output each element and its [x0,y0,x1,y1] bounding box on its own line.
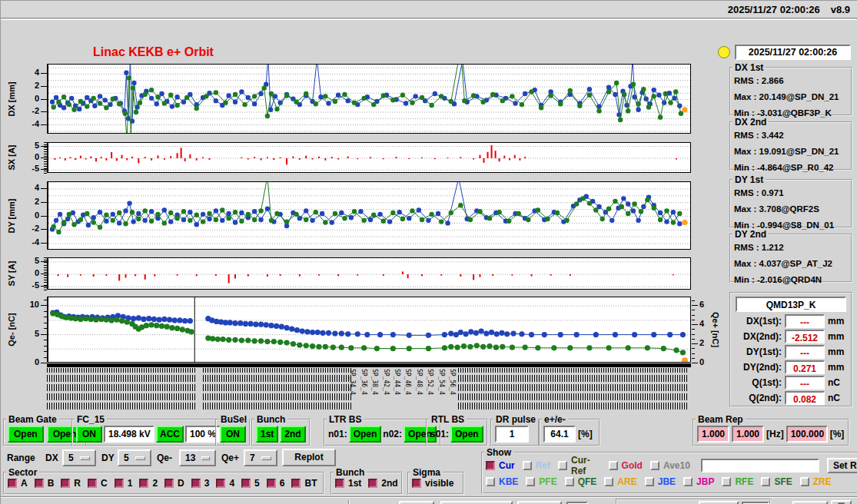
sector-checkbox[interactable] [216,479,225,488]
ref-name-input[interactable] [701,459,819,472]
show-element-item-sfe[interactable]: SFE [761,476,792,487]
screenshot-button[interactable] [831,500,852,504]
busel-on-button[interactable]: ON [220,426,246,443]
show-checkbox[interactable] [650,461,659,470]
show-element-checkbox[interactable] [800,477,809,486]
bpm-select-dropdown[interactable]: SP_AT_0 [440,501,513,504]
show-element-checkbox[interactable] [526,477,535,486]
show-element-checkbox[interactable] [645,477,654,486]
show-element-checkbox[interactable] [683,477,693,486]
show-checkbox[interactable] [558,461,567,470]
show-element-item-jbp[interactable]: JBP [683,476,714,487]
sector-item-3[interactable]: 3 [191,478,210,489]
show-element-item-are[interactable]: ARE [604,476,636,487]
sector-checkbox[interactable] [88,479,97,488]
bunch-dropdown[interactable]: 1st [517,501,562,504]
sector-checkbox[interactable] [61,479,70,488]
monitor-row-value: --- [785,345,825,359]
ltr-n01-open-button[interactable]: Open [349,426,382,443]
points-dropdown[interactable]: 300 [699,501,739,504]
show-element-checkbox[interactable] [565,477,574,486]
show-element-item-pfe[interactable]: PFE [526,476,556,487]
sector-checkbox[interactable] [8,479,17,488]
sector-checkbox[interactable] [139,479,148,488]
bunch-select-item-1st[interactable]: 1st [335,478,361,489]
resize-button[interactable]: resize [792,501,828,504]
sx-ytick-minor [44,164,47,164]
show-element-checkbox[interactable] [604,477,613,486]
show-element-item-jbe[interactable]: JBE [645,476,676,487]
show-element-checkbox[interactable] [761,477,770,486]
monitor-row-value: --- [785,376,825,390]
ltr-bs-group: LTR BS n01: Open n02: Open [324,414,441,446]
replot-button[interactable]: Replot [282,449,336,466]
bunch-select-checkbox[interactable] [335,479,344,488]
sector-item-1[interactable]: 1 [115,478,133,489]
show-checkbox[interactable] [523,461,532,470]
bunch-2nd-button[interactable]: 2nd [280,426,305,443]
sector-checkbox[interactable] [267,479,276,488]
sigma-checkbox[interactable] [412,479,421,488]
qe-right-ytick-minor [692,300,695,301]
sector-item-d[interactable]: D [164,478,184,489]
sector-item-c[interactable]: C [88,478,108,489]
show-element-label: JBP [696,476,714,487]
show-checkbox[interactable] [609,461,618,470]
sector-checkbox[interactable] [241,479,251,488]
qe-right-ytick-minor [692,324,695,325]
show-item-gold[interactable]: Gold [609,460,643,471]
bunch-1st-button[interactable]: 1st [256,426,278,443]
stats-line: RMS : 2.866 [731,73,851,89]
range-qep-dropdown[interactable]: 7 [244,449,277,466]
show-element-item-qfe[interactable]: QFE [565,476,597,487]
sector-item-b[interactable]: B [35,478,55,489]
sector-checkbox[interactable] [164,479,174,488]
beam-rep-hz-unit: [Hz] [766,429,784,439]
sector-item-a[interactable]: A [8,478,28,489]
range-dx-dropdown[interactable]: 5 [62,449,96,466]
sector-checkbox[interactable] [115,479,124,488]
sector-item-bt[interactable]: BT [291,478,317,489]
sx-ytick-minor [44,166,47,167]
sector-item-r[interactable]: R [61,478,81,489]
rtl-s01-open-button[interactable]: Open [450,426,483,443]
set-ref-button[interactable]: Set Ref [827,458,857,473]
sector-checkbox[interactable] [191,479,201,488]
show-item-ave10[interactable]: Ave10 [650,460,690,471]
show-checkbox[interactable] [486,461,495,470]
fc15-acc-button[interactable]: ACC [156,426,184,443]
show-item-cur[interactable]: Cur [486,460,515,471]
range-dy-dropdown[interactable]: 5 [118,449,151,466]
timestamp-display: 2025/11/27 02:00:26 [735,45,851,60]
show-item-curref[interactable]: Cur-Ref [558,455,601,476]
bpm-monitor-name[interactable]: QMD13P_K [736,297,846,312]
show-element-item-zre[interactable]: ZRE [800,476,832,487]
beam-gate-open-1-button[interactable]: Open [8,426,44,443]
sector-item-5[interactable]: 5 [241,478,260,489]
sector-group: Sector ABRC12D3456BT [3,467,324,495]
sector-label: 4 [229,478,234,489]
monitor-row: DX(1st):---mm [731,313,851,329]
sector-item-6[interactable]: 6 [267,478,285,489]
monitor-row: DX(2nd):-2.512mm [731,329,851,344]
qe-right-ytick-minor [692,329,695,330]
sigma-item-visible[interactable]: visible [412,478,453,489]
show-element-checkbox[interactable] [722,477,731,486]
show-element-checkbox[interactable] [486,477,495,486]
sy-ytick-minor [44,270,47,270]
sy-ytick-minor [44,277,47,278]
dr-pulse-title: DR pulse [493,414,538,425]
fc15-on-button[interactable]: ON [76,426,102,443]
sector-checkbox[interactable] [35,479,44,488]
bunch-select-checkbox[interactable] [368,479,377,488]
bunch-select-item-2nd[interactable]: 2nd [368,478,397,489]
sector-item-2[interactable]: 2 [139,478,158,489]
show-item-ref[interactable]: Ref [523,460,550,471]
device-dropdown[interactable]: A [399,501,434,504]
show-element-item-rfe[interactable]: RFE [722,476,753,487]
beam-rep-value-1: 1.000 [697,426,729,443]
sector-checkbox[interactable] [291,479,301,488]
show-element-item-kbe[interactable]: KBE [486,476,518,487]
sector-item-4[interactable]: 4 [216,478,234,489]
range-qem-dropdown[interactable]: 13 [179,449,216,466]
